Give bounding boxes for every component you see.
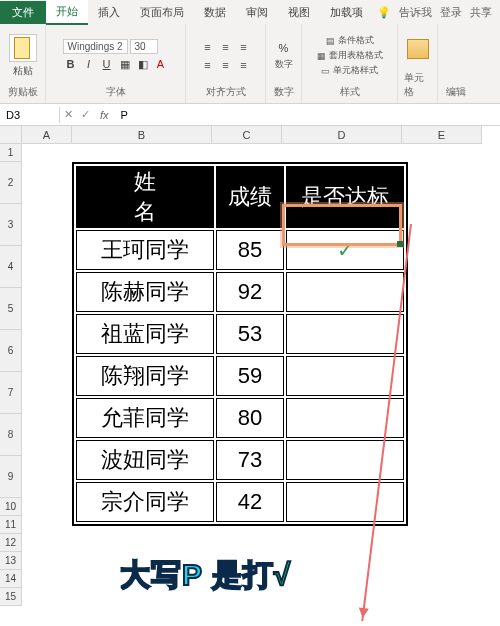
cell-styles-icon: ▭ <box>321 66 330 76</box>
align-group-label: 对齐方式 <box>206 85 246 99</box>
fill-color-button[interactable]: ◧ <box>135 56 151 72</box>
cell-pass[interactable] <box>286 314 404 354</box>
row-header[interactable]: 11 <box>0 516 22 534</box>
col-header-e[interactable]: E <box>402 126 482 144</box>
tab-data[interactable]: 数据 <box>194 1 236 24</box>
cell-pass[interactable] <box>286 398 404 438</box>
row-header[interactable]: 10 <box>0 498 22 516</box>
fx-icon[interactable]: fx <box>94 109 115 121</box>
cell-name[interactable]: 祖蓝同学 <box>76 314 214 354</box>
cell-score[interactable]: 42 <box>216 482 284 522</box>
tab-addins[interactable]: 加载项 <box>320 1 373 24</box>
percent-button[interactable]: % <box>276 40 292 56</box>
row-header[interactable]: 15 <box>0 588 22 606</box>
font-color-button[interactable]: A <box>153 56 169 72</box>
cell-name[interactable]: 陈赫同学 <box>76 272 214 312</box>
row-header[interactable]: 1 <box>0 144 22 162</box>
tab-review[interactable]: 审阅 <box>236 1 278 24</box>
cell-score[interactable]: 80 <box>216 398 284 438</box>
cell-name[interactable]: 宗介同学 <box>76 482 214 522</box>
cell-name[interactable]: 允菲同学 <box>76 398 214 438</box>
cell-pass[interactable] <box>286 440 404 480</box>
cell-pass[interactable] <box>286 482 404 522</box>
align-left-button[interactable]: ≡ <box>200 57 216 73</box>
cell-score[interactable]: 53 <box>216 314 284 354</box>
table-row: 祖蓝同学53 <box>76 314 404 354</box>
tab-home[interactable]: 开始 <box>46 0 88 25</box>
font-name-select[interactable]: Wingdings 2 <box>63 39 128 54</box>
align-right-button[interactable]: ≡ <box>236 57 252 73</box>
col-header-a[interactable]: A <box>22 126 72 144</box>
format-cells-icon[interactable] <box>407 39 429 59</box>
row-header[interactable]: 6 <box>0 330 22 372</box>
row-header[interactable]: 9 <box>0 456 22 498</box>
paste-icon[interactable] <box>9 34 37 62</box>
row-header[interactable]: 7 <box>0 372 22 414</box>
border-button[interactable]: ▦ <box>117 56 133 72</box>
paste-button[interactable]: 粘贴 <box>13 64 33 78</box>
table-format-button[interactable]: ▦套用表格格式 <box>317 49 383 62</box>
row-header[interactable]: 8 <box>0 414 22 456</box>
select-all-corner[interactable] <box>0 126 22 144</box>
col-header-c[interactable]: C <box>212 126 282 144</box>
row-header[interactable]: 12 <box>0 534 22 552</box>
col-header-d[interactable]: D <box>282 126 402 144</box>
data-table: 姓 名 成绩 是否达标 王珂同学85✓ 陈赫同学92 祖蓝同学53 陈翔同学59… <box>72 162 408 526</box>
cell-name[interactable]: 波妞同学 <box>76 440 214 480</box>
tab-view[interactable]: 视图 <box>278 1 320 24</box>
cell-score[interactable]: 85 <box>216 230 284 270</box>
align-center-button[interactable]: ≡ <box>218 57 234 73</box>
clipboard-label: 剪贴板 <box>8 85 38 99</box>
share[interactable]: 共享 <box>470 5 492 20</box>
tab-file[interactable]: 文件 <box>0 1 46 24</box>
cond-format-icon: ▤ <box>326 36 335 46</box>
table-row: 王珂同学85✓ <box>76 230 404 270</box>
cell-styles-button[interactable]: ▭单元格样式 <box>321 64 378 77</box>
cells-group-label: 单元格 <box>404 71 431 99</box>
worksheet[interactable]: A B C D E 1 2 3 4 5 6 7 8 9 10 11 12 13 … <box>0 126 500 606</box>
tellme[interactable]: 告诉我 <box>399 5 432 20</box>
cancel-icon[interactable]: ✕ <box>60 108 77 121</box>
name-box[interactable]: D3 <box>0 107 60 123</box>
tab-insert[interactable]: 插入 <box>88 1 130 24</box>
cell-score[interactable]: 59 <box>216 356 284 396</box>
th-pass: 是否达标 <box>286 166 404 228</box>
row-header[interactable]: 14 <box>0 570 22 588</box>
enter-icon[interactable]: ✓ <box>77 108 94 121</box>
cond-format-button[interactable]: ▤条件格式 <box>326 34 374 47</box>
cell-score[interactable]: 92 <box>216 272 284 312</box>
table-row: 宗介同学42 <box>76 482 404 522</box>
lightbulb-icon: 💡 <box>377 6 391 19</box>
cell-score[interactable]: 73 <box>216 440 284 480</box>
th-score: 成绩 <box>216 166 284 228</box>
row-header[interactable]: 2 <box>0 162 22 204</box>
tab-layout[interactable]: 页面布局 <box>130 1 194 24</box>
col-header-b[interactable]: B <box>72 126 212 144</box>
row-header[interactable]: 5 <box>0 288 22 330</box>
align-top-button[interactable]: ≡ <box>200 39 216 55</box>
align-mid-button[interactable]: ≡ <box>218 39 234 55</box>
login[interactable]: 登录 <box>440 5 462 20</box>
formula-input[interactable]: P <box>115 107 500 123</box>
checkmark-icon: ✓ <box>337 239 354 261</box>
italic-button[interactable]: I <box>81 56 97 72</box>
cell-pass[interactable]: ✓ <box>286 230 404 270</box>
number-button[interactable]: 数字 <box>275 58 293 71</box>
row-header[interactable]: 3 <box>0 204 22 246</box>
align-bot-button[interactable]: ≡ <box>236 39 252 55</box>
bold-button[interactable]: B <box>63 56 79 72</box>
table-row: 波妞同学73 <box>76 440 404 480</box>
cell-name[interactable]: 王珂同学 <box>76 230 214 270</box>
cell-pass[interactable] <box>286 356 404 396</box>
font-size-select[interactable]: 30 <box>130 39 158 54</box>
underline-button[interactable]: U <box>99 56 115 72</box>
cell-name[interactable]: 陈翔同学 <box>76 356 214 396</box>
ribbon: 粘贴 剪贴板 Wingdings 2 30 B I U ▦ ◧ A 字体 ≡ ≡ <box>0 24 500 104</box>
edit-group-label: 编辑 <box>446 85 466 99</box>
styles-group-label: 样式 <box>340 85 360 99</box>
row-header[interactable]: 4 <box>0 246 22 288</box>
row-header[interactable]: 13 <box>0 552 22 570</box>
title-bar: 文件 开始 插入 页面布局 数据 审阅 视图 加载项 💡 告诉我 登录 共享 <box>0 0 500 24</box>
font-group-label: 字体 <box>106 85 126 99</box>
cell-pass[interactable] <box>286 272 404 312</box>
